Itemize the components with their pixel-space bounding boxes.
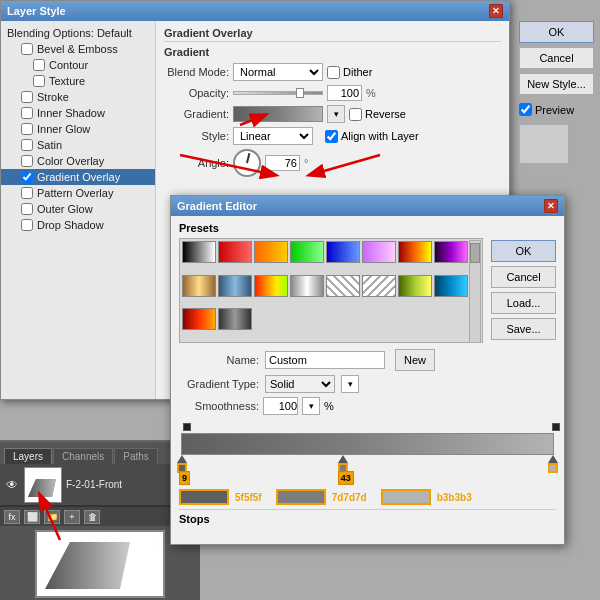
opacity-thumb[interactable] <box>296 88 304 98</box>
name-label: Name: <box>179 354 259 366</box>
stop-hex-swatch-45[interactable] <box>276 489 326 505</box>
preset-lime[interactable] <box>398 275 432 297</box>
presets-scrollbar[interactable] <box>469 240 481 343</box>
preset-fire2[interactable] <box>254 275 288 297</box>
smoothness-value[interactable] <box>263 397 298 415</box>
gradient-editor-close-icon[interactable]: ✕ <box>544 199 558 213</box>
preset-steel[interactable] <box>218 275 252 297</box>
sidebar-item-inner-glow[interactable]: Inner Glow <box>1 121 155 137</box>
sidebar-item-stroke[interactable]: Stroke <box>1 89 155 105</box>
preview-checkbox[interactable] <box>519 103 532 116</box>
preset-purple[interactable] <box>362 241 396 263</box>
ge-ok-button[interactable]: OK <box>491 240 556 262</box>
stop-label-0: 9 <box>179 471 190 485</box>
gradient-type-dropdown-icon[interactable]: ▾ <box>341 375 359 393</box>
preset-gold[interactable] <box>182 275 216 297</box>
preset-orange[interactable] <box>254 241 288 263</box>
new-style-button[interactable]: New Style... <box>519 73 594 95</box>
opacity-stop-right[interactable] <box>552 423 560 431</box>
delete-layer-btn[interactable]: 🗑 <box>84 510 100 524</box>
gradient-dropdown-btn[interactable]: ▾ <box>327 105 345 123</box>
preset-silver[interactable] <box>290 275 324 297</box>
preset-red[interactable] <box>218 241 252 263</box>
sidebar-item-inner-shadow[interactable]: Inner Shadow <box>1 105 155 121</box>
gradient-bar[interactable] <box>181 433 554 455</box>
contour-checkbox[interactable] <box>33 59 45 71</box>
style-select[interactable]: Linear Radial Angle <box>233 127 313 145</box>
sidebar-item-color-overlay[interactable]: Color Overlay <box>1 153 155 169</box>
layer-visibility-icon[interactable]: 👁 <box>4 477 20 493</box>
name-input[interactable] <box>265 351 385 369</box>
smoothness-stepper-icon[interactable]: ▾ <box>302 397 320 415</box>
preset-ocean[interactable] <box>434 275 468 297</box>
preset-bw[interactable] <box>182 241 216 263</box>
gradient-preview[interactable] <box>233 106 323 122</box>
sidebar-item-outer-glow[interactable]: Outer Glow <box>1 201 155 217</box>
preset-cross2[interactable] <box>362 275 396 297</box>
opacity-value[interactable] <box>327 85 362 101</box>
tab-paths[interactable]: Paths <box>114 448 158 464</box>
add-style-btn[interactable]: fx <box>4 510 20 524</box>
new-group-btn[interactable]: 📁 <box>44 510 60 524</box>
stop-hex-swatch-100[interactable] <box>381 489 431 505</box>
texture-checkbox[interactable] <box>33 75 45 87</box>
presets-area: ⚙ <box>179 238 483 343</box>
angle-dial[interactable] <box>233 149 261 177</box>
bevel-checkbox[interactable] <box>21 43 33 55</box>
new-layer-btn[interactable]: + <box>64 510 80 524</box>
stops-section-label: Stops <box>179 509 556 525</box>
reverse-checkbox[interactable] <box>349 108 362 121</box>
sidebar-item-drop-shadow[interactable]: Drop Shadow <box>1 217 155 233</box>
align-layer-checkbox[interactable] <box>325 130 338 143</box>
sidebar-item-bevel[interactable]: Bevel & Emboss <box>1 41 155 57</box>
preset-gray[interactable] <box>218 308 252 330</box>
preset-green[interactable] <box>290 241 324 263</box>
satin-checkbox[interactable] <box>21 139 33 151</box>
sidebar-item-blending[interactable]: Blending Options: Default <box>1 25 155 41</box>
sidebar-item-label: Inner Glow <box>37 123 90 135</box>
gradient-row: Gradient: ▾ Reverse <box>164 105 501 123</box>
preview-swatch <box>519 124 569 164</box>
opacity-stops-row <box>189 421 546 433</box>
gradient-type-select[interactable]: Solid Noise <box>265 375 335 393</box>
add-mask-btn[interactable]: ⬜ <box>24 510 40 524</box>
ge-load-button[interactable]: Load... <box>491 292 556 314</box>
new-button[interactable]: New <box>395 349 435 371</box>
pattern-overlay-checkbox[interactable] <box>21 187 33 199</box>
opacity-slider[interactable] <box>233 91 323 95</box>
drop-shadow-checkbox[interactable] <box>21 219 33 231</box>
dither-checkbox[interactable] <box>327 66 340 79</box>
outer-glow-checkbox[interactable] <box>21 203 33 215</box>
sidebar-item-pattern-overlay[interactable]: Pattern Overlay <box>1 185 155 201</box>
tab-layers[interactable]: Layers <box>4 448 52 464</box>
preset-fire1[interactable] <box>398 241 432 263</box>
preset-blue[interactable] <box>326 241 360 263</box>
stroke-checkbox[interactable] <box>21 91 33 103</box>
close-icon[interactable]: ✕ <box>489 4 503 18</box>
blend-mode-select[interactable]: Normal Multiply Screen <box>233 63 323 81</box>
gradient-overlay-checkbox[interactable] <box>21 171 33 183</box>
color-stops-row <box>181 455 554 469</box>
ok-button[interactable]: OK <box>519 21 594 43</box>
sidebar-item-satin[interactable]: Satin <box>1 137 155 153</box>
ge-save-button[interactable]: Save... <box>491 318 556 340</box>
inner-glow-checkbox[interactable] <box>21 123 33 135</box>
cancel-button[interactable]: Cancel <box>519 47 594 69</box>
preset-violet[interactable] <box>434 241 468 263</box>
sidebar-item-gradient-overlay[interactable]: Gradient Overlay <box>1 169 155 185</box>
inner-shadow-checkbox[interactable] <box>21 107 33 119</box>
sidebar-item-texture[interactable]: Texture <box>1 73 155 89</box>
tab-channels[interactable]: Channels <box>53 448 113 464</box>
scrollbar-thumb[interactable] <box>470 243 480 263</box>
sidebar-item-contour[interactable]: Contour <box>1 57 155 73</box>
sidebar-item-label: Gradient Overlay <box>37 171 120 183</box>
ge-cancel-button[interactable]: Cancel <box>491 266 556 288</box>
opacity-stop-left[interactable] <box>183 423 191 431</box>
preset-lava[interactable] <box>182 308 216 330</box>
stop-hex-swatch-0[interactable] <box>179 489 229 505</box>
angle-value[interactable] <box>265 155 300 171</box>
sidebar-item-label: Contour <box>49 59 88 71</box>
align-layer-group: Align with Layer <box>325 130 419 143</box>
preset-cross1[interactable] <box>326 275 360 297</box>
color-overlay-checkbox[interactable] <box>21 155 33 167</box>
